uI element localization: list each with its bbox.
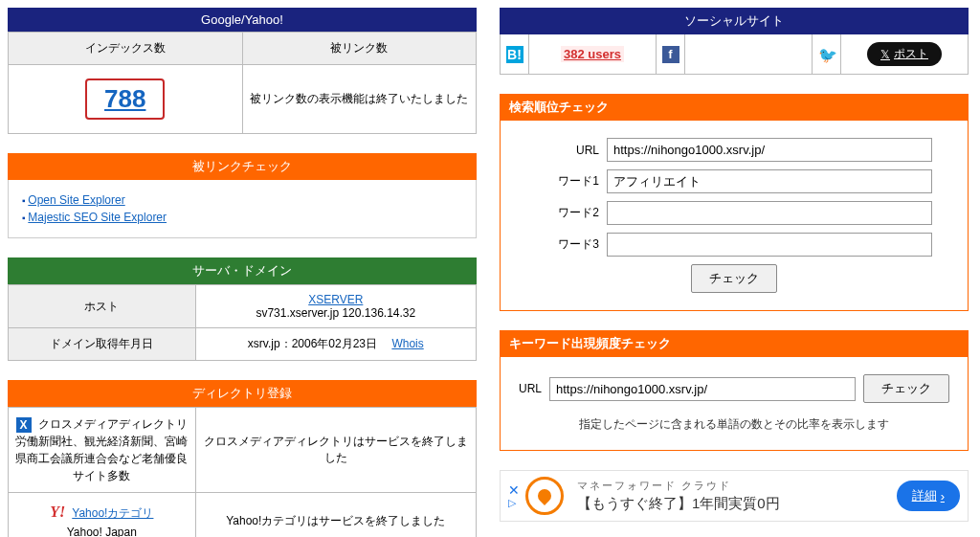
directory-header: ディレクトリ登録 xyxy=(8,380,477,407)
word3-label: ワード3 xyxy=(536,236,599,253)
backlink-check-header: 被リンクチェック xyxy=(8,153,477,180)
hatena-icon: B! xyxy=(506,46,523,63)
hatena-users-link[interactable]: 382 users xyxy=(561,46,624,62)
server-domain-header: サーバ・ドメイン xyxy=(8,257,477,284)
index-count-link[interactable]: 788 xyxy=(85,78,165,120)
ad-info-icon[interactable]: ▷ xyxy=(508,497,516,509)
col-backlink: 被リンク数 xyxy=(242,33,477,65)
chevron-right-icon: › xyxy=(941,489,945,503)
crossmedia-sub: 労働新聞社、観光経済新聞、宮崎県商工会議所連合会など老舗優良サイト多数 xyxy=(15,435,188,482)
word3-input[interactable] xyxy=(607,233,932,257)
ad-logo-icon xyxy=(525,477,564,515)
yahoo-ended: Yahoo!カテゴリはサービスを終了しました xyxy=(195,493,476,538)
rank-check-header: 検索順位チェック xyxy=(500,94,969,121)
twitter-icon: 🐦 xyxy=(818,46,835,63)
crossmedia-icon: X xyxy=(16,417,32,433)
social-header: ソーシャルサイト xyxy=(500,8,969,34)
host-label: ホスト xyxy=(9,285,196,328)
ad-subtitle: マネーフォワード クラウド xyxy=(577,479,897,493)
rank-check-button[interactable]: チェック xyxy=(691,264,777,293)
yahoo-icon: Y! xyxy=(50,503,65,520)
backlink-check-panel: 被リンクチェック Open Site Explorer Majestic SEO… xyxy=(8,153,477,238)
domain-date-value: xsrv.jp：2006年02月23日 xyxy=(248,337,389,350)
word1-input[interactable] xyxy=(607,169,932,193)
ad-banner[interactable]: ✕ ▷ マネーフォワード クラウド 【もうすぐ終了】1年間実質0円 詳細 › xyxy=(500,470,969,522)
facebook-count xyxy=(685,34,813,74)
crossmedia-title: クロスメディアディレクトリ xyxy=(38,417,188,431)
facebook-icon: f xyxy=(662,46,679,63)
rank-check-panel: 検索順位チェック URL ワード1 ワード2 ワード3 チェック xyxy=(500,94,969,311)
crossmedia-ended: クロスメディアディレクトリはサービスを終了しました xyxy=(195,408,476,493)
col-index: インデックス数 xyxy=(9,33,243,65)
social-panel: ソーシャルサイト B! 382 users f 🐦 𝕏 ポスト xyxy=(500,8,969,75)
rank-url-input[interactable] xyxy=(607,138,932,162)
link-majestic-seo[interactable]: Majestic SEO Site Explorer xyxy=(28,211,167,224)
keyword-freq-panel: キーワード出現頻度チェック URL チェック 指定したページに含まれる単語の数と… xyxy=(500,330,969,451)
whois-link[interactable]: Whois xyxy=(391,337,423,350)
backlink-ended-msg: 被リンク数の表示機能は終了いたしました xyxy=(242,65,477,134)
ad-main-text: 【もうすぐ終了】1年間実質0円 xyxy=(577,493,897,513)
ad-detail-button[interactable]: 詳細 › xyxy=(897,481,960,511)
kw-note: 指定したページに含まれる単語の数とその比率を表示します xyxy=(510,416,958,433)
server-domain-panel: サーバ・ドメイン ホスト XSERVER sv731.xserver.jp 12… xyxy=(8,257,477,361)
word2-input[interactable] xyxy=(607,201,932,225)
kw-check-button[interactable]: チェック xyxy=(863,374,949,403)
google-yahoo-panel: Google/Yahoo! インデックス数 被リンク数 788 被リンク数の表示… xyxy=(8,8,477,134)
kw-url-input[interactable] xyxy=(549,377,856,401)
word2-label: ワード2 xyxy=(536,205,599,221)
host-link[interactable]: XSERVER xyxy=(308,293,363,306)
keyword-freq-header: キーワード出現頻度チェック xyxy=(500,330,969,357)
ad-close-icon[interactable]: ✕ xyxy=(508,483,522,497)
x-icon: 𝕏 xyxy=(880,48,890,61)
rank-url-label: URL xyxy=(536,144,599,157)
yahoo-category-link[interactable]: Yahoo!カテゴリ xyxy=(72,506,153,520)
kw-url-label: URL xyxy=(519,382,542,395)
directory-panel: ディレクトリ登録 X クロスメディアディレクトリ 労働新聞社、観光経済新聞、宮崎… xyxy=(8,380,477,537)
domain-date-label: ドメイン取得年月日 xyxy=(9,328,196,361)
host-detail: sv731.xserver.jp 120.136.14.32 xyxy=(256,306,415,320)
google-yahoo-header: Google/Yahoo! xyxy=(8,8,477,32)
yahoo-sub: Yahoo! Japan xyxy=(67,526,137,537)
x-post-button[interactable]: 𝕏 ポスト xyxy=(867,42,942,66)
link-open-site-explorer[interactable]: Open Site Explorer xyxy=(28,193,124,207)
word1-label: ワード1 xyxy=(536,173,599,190)
